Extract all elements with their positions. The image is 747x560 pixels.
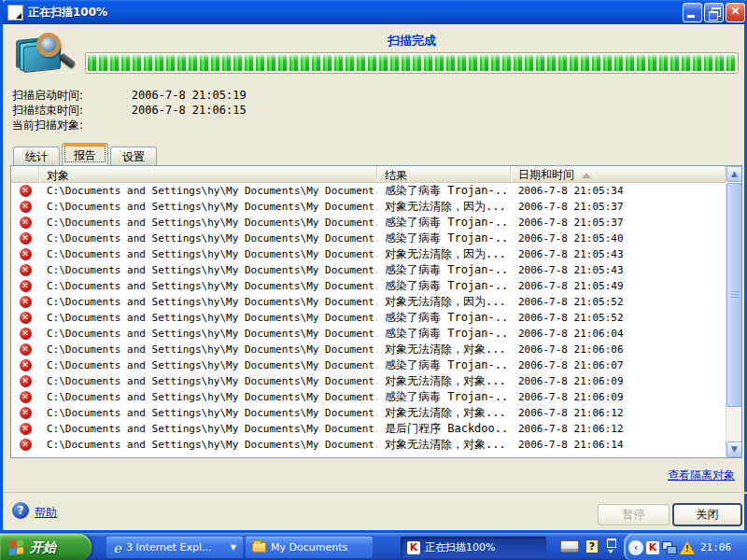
infected-status-icon: ✕ xyxy=(20,232,32,245)
vertical-scrollbar[interactable]: ▲ ▼ xyxy=(726,166,741,457)
infected-status-icon: ✕ xyxy=(20,375,32,387)
pause-button[interactable]: 暂停 xyxy=(598,504,669,525)
task-internet-explorer-group[interactable]: e 3 Internet Expl... ▼ xyxy=(106,537,243,558)
column-header-status[interactable] xyxy=(11,166,39,182)
datetime-cell: 2006-7-8 21:05:52 xyxy=(511,296,726,308)
object-path-cell: C:\Documents and Settings\hy\My Document… xyxy=(39,201,377,213)
table-row[interactable]: ✕ C:\Documents and Settings\hy\My Docume… xyxy=(11,278,726,294)
view-quarantine-link[interactable]: 查看隔离对象 xyxy=(668,468,735,483)
infected-status-icon: ✕ xyxy=(20,439,32,451)
close-button[interactable]: 关闭 xyxy=(672,503,742,526)
minimize-button[interactable] xyxy=(683,3,702,22)
datetime-cell: 2006-7-8 21:05:43 xyxy=(511,248,726,260)
restore-button[interactable] xyxy=(704,3,724,22)
window-title: 正在扫描100% xyxy=(28,5,107,21)
report-list-header: 对象 结果 日期和时间 xyxy=(11,166,726,183)
infected-status-icon: ✕ xyxy=(20,296,32,308)
infected-status-icon: ✕ xyxy=(20,312,32,324)
scan-result-cell: 是后门程序 Backdoo... xyxy=(377,421,511,437)
datetime-cell: 2006-7-8 21:05:37 xyxy=(511,217,726,229)
windows-logo-icon xyxy=(9,539,24,555)
scrollbar-thumb[interactable] xyxy=(726,183,742,407)
table-row[interactable]: ✕ C:\Documents and Settings\hy\My Docume… xyxy=(11,294,726,310)
scan-end-time-label: 扫描结束时间: xyxy=(12,103,128,119)
tab-statistics[interactable]: 统计 xyxy=(13,147,60,165)
start-button[interactable]: 开始 xyxy=(0,534,92,560)
datetime-cell: 2006-7-8 21:05:43 xyxy=(511,264,726,276)
scan-progress-bar xyxy=(85,52,739,74)
table-row[interactable]: ✕ C:\Documents and Settings\hy\My Docume… xyxy=(11,437,726,453)
object-path-cell: C:\Documents and Settings\hy\My Document… xyxy=(39,296,377,308)
scan-progress-fill xyxy=(88,55,736,71)
internet-explorer-icon: e xyxy=(113,540,121,555)
object-path-cell: C:\Documents and Settings\hy\My Document… xyxy=(39,407,377,419)
close-window-button[interactable] xyxy=(726,3,745,22)
datetime-cell: 2006-7-8 21:06:14 xyxy=(511,439,726,451)
kaspersky-icon: K xyxy=(407,541,420,554)
scan-start-time-value: 2006-7-8 21:05:19 xyxy=(132,89,247,102)
folder-icon xyxy=(252,542,266,553)
infected-status-icon: ✕ xyxy=(20,391,32,403)
language-bar-minimize-icon[interactable] xyxy=(605,539,616,553)
table-row[interactable]: ✕ C:\Documents and Settings\hy\My Docume… xyxy=(11,183,726,199)
task-my-documents[interactable]: My Documents xyxy=(246,537,373,558)
scan-result-cell: 对象无法清除，因为... xyxy=(377,294,511,310)
datetime-cell: 2006-7-8 21:06:06 xyxy=(511,343,726,356)
datetime-cell: 2006-7-8 21:06:09 xyxy=(511,391,726,403)
system-tray: ‹ K 21:06 xyxy=(624,534,747,560)
ime-help-icon[interactable]: ? xyxy=(585,539,599,553)
column-header-object[interactable]: 对象 xyxy=(39,166,377,182)
kaspersky-app-icon xyxy=(7,5,23,21)
hide-inactive-icons-chevron[interactable]: ‹ xyxy=(628,540,643,555)
scan-start-time-label: 扫描启动时间: xyxy=(12,88,128,104)
table-row[interactable]: ✕ C:\Documents and Settings\hy\My Docume… xyxy=(11,199,726,215)
sort-ascending-icon xyxy=(582,173,591,178)
scan-result-cell: 感染了病毒 Trojan-... xyxy=(377,326,511,342)
table-row[interactable]: ✕ C:\Documents and Settings\hy\My Docume… xyxy=(11,421,726,437)
datetime-cell: 2006-7-8 21:06:07 xyxy=(511,359,726,371)
datetime-cell: 2006-7-8 21:06:12 xyxy=(511,423,726,435)
infected-status-icon: ✕ xyxy=(20,264,32,276)
datetime-cell: 2006-7-8 21:05:37 xyxy=(511,201,726,213)
table-row[interactable]: ✕ C:\Documents and Settings\hy\My Docume… xyxy=(11,389,726,405)
scan-status-heading: 扫描完成 xyxy=(85,33,739,49)
table-row[interactable]: ✕ C:\Documents and Settings\hy\My Docume… xyxy=(11,246,726,262)
task-scan-window[interactable]: K 正在扫描100% xyxy=(401,537,546,558)
footer-divider xyxy=(3,492,747,494)
tab-report[interactable]: 报告 xyxy=(62,143,108,165)
table-row[interactable]: ✕ C:\Documents and Settings\hy\My Docume… xyxy=(11,342,726,357)
infected-status-icon: ✕ xyxy=(20,343,32,356)
table-row[interactable]: ✕ C:\Documents and Settings\hy\My Docume… xyxy=(11,231,726,246)
help-link[interactable]: 帮助 xyxy=(35,505,57,521)
desktop: 正在扫描100% 扫描完成 扫描启动时间: 2006-7-8 21:05:19 … xyxy=(0,0,747,560)
table-row[interactable]: ✕ C:\Documents and Settings\hy\My Docume… xyxy=(11,326,726,342)
task-label: 正在扫描100% xyxy=(425,540,495,554)
scan-end-time-value: 2006-7-8 21:06:15 xyxy=(132,104,247,117)
taskbar-clock[interactable]: 21:06 xyxy=(700,541,731,553)
security-warning-tray-icon[interactable] xyxy=(680,541,695,554)
table-row[interactable]: ✕ C:\Documents and Settings\hy\My Docume… xyxy=(11,373,726,389)
title-bar[interactable]: 正在扫描100% xyxy=(3,0,747,24)
scan-result-cell: 感染了病毒 Trojan-... xyxy=(377,262,511,278)
help-icon[interactable]: ? xyxy=(12,502,29,519)
datetime-cell: 2006-7-8 21:05:49 xyxy=(511,280,726,292)
table-row[interactable]: ✕ C:\Documents and Settings\hy\My Docume… xyxy=(11,215,726,231)
table-row[interactable]: ✕ C:\Documents and Settings\hy\My Docume… xyxy=(11,310,726,326)
infected-status-icon: ✕ xyxy=(20,201,32,213)
table-row[interactable]: ✕ C:\Documents and Settings\hy\My Docume… xyxy=(11,357,726,373)
kaspersky-tray-icon[interactable]: K xyxy=(646,541,659,554)
scan-folder-magnifier-icon xyxy=(10,29,78,77)
scroll-down-button[interactable]: ▼ xyxy=(726,441,742,457)
keyboard-layout-icon[interactable] xyxy=(560,540,579,553)
scroll-up-button[interactable]: ▲ xyxy=(726,166,742,182)
column-header-result[interactable]: 结果 xyxy=(377,166,511,182)
scan-end-time-row: 扫描结束时间: 2006-7-8 21:06:15 xyxy=(12,103,247,117)
infected-status-icon: ✕ xyxy=(20,217,32,229)
column-header-datetime[interactable]: 日期和时间 xyxy=(511,166,726,182)
table-row[interactable]: ✕ C:\Documents and Settings\hy\My Docume… xyxy=(11,405,726,421)
network-tray-icon[interactable] xyxy=(662,541,677,554)
table-row[interactable]: ✕ C:\Documents and Settings\hy\My Docume… xyxy=(11,262,726,278)
scan-window: 正在扫描100% 扫描完成 扫描启动时间: 2006-7-8 21:05:19 … xyxy=(0,0,747,533)
tab-settings[interactable]: 设置 xyxy=(110,147,157,165)
object-path-cell: C:\Documents and Settings\hy\My Document… xyxy=(39,439,377,451)
